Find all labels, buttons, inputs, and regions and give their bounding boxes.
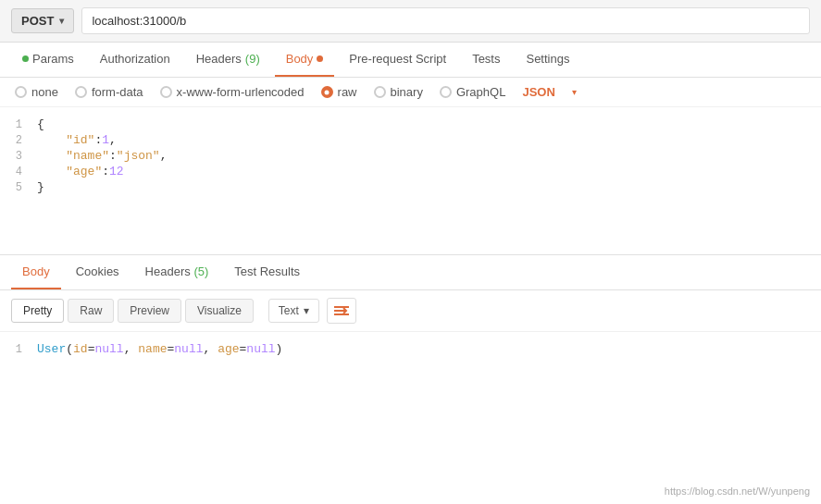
resp-tab-body-label: Body: [22, 264, 50, 278]
top-bar: POST ▾: [0, 0, 821, 43]
tab-params-label: Params: [32, 52, 74, 66]
radio-urlencoded: [160, 86, 172, 98]
code-line-2: 2 "id":1,: [0, 132, 821, 148]
wrap-icon: [333, 304, 350, 317]
format-select-chevron: ▾: [304, 304, 309, 317]
btn-visualize[interactable]: Visualize: [185, 299, 254, 323]
tab-tests-label: Tests: [472, 52, 500, 66]
resp-tab-headers-label: Headers: [145, 264, 191, 278]
tab-authorization[interactable]: Authorization: [89, 43, 181, 77]
tab-settings[interactable]: Settings: [515, 43, 580, 77]
option-raw-label: raw: [338, 85, 357, 99]
btn-pretty[interactable]: Pretty: [11, 299, 64, 323]
tab-params[interactable]: Params: [11, 43, 85, 77]
line-content-5: }: [37, 180, 821, 194]
line-content-3: "name":"json",: [37, 149, 821, 163]
url-input[interactable]: [81, 7, 810, 34]
json-format-label[interactable]: JSON: [522, 85, 554, 99]
body-dot: [317, 55, 323, 62]
resp-tab-headers[interactable]: Headers (5): [134, 255, 220, 289]
btn-preview[interactable]: Preview: [118, 299, 181, 323]
option-form-data[interactable]: form-data: [75, 85, 143, 99]
option-none[interactable]: none: [15, 85, 58, 99]
wrap-button[interactable]: [327, 298, 356, 324]
method-label: POST: [21, 14, 54, 28]
watermark: https://blog.csdn.net/W/yunpeng: [665, 486, 810, 497]
line-num-1: 1: [0, 118, 37, 131]
radio-none: [15, 86, 27, 98]
method-select[interactable]: POST ▾: [11, 8, 74, 33]
body-type-row: none form-data x-www-form-urlencoded raw…: [0, 78, 821, 107]
line-content-1: {: [37, 117, 821, 131]
resp-line-content-1: User(id=null, name=null, age=null): [37, 342, 282, 356]
resp-line-1: 1 User(id=null, name=null, age=null): [0, 341, 821, 357]
resp-tab-body[interactable]: Body: [11, 255, 61, 289]
headers-count: (9): [245, 52, 260, 66]
option-binary[interactable]: binary: [374, 85, 423, 99]
option-urlencoded[interactable]: x-www-form-urlencoded: [160, 85, 305, 99]
radio-graphql: [440, 86, 452, 98]
format-chevron[interactable]: ▾: [572, 87, 577, 97]
radio-form-data: [75, 86, 87, 98]
resp-line-num-1: 1: [0, 343, 37, 356]
code-line-1: 1 {: [0, 117, 821, 132]
radio-raw: [321, 86, 333, 98]
line-content-2: "id":1,: [37, 133, 821, 147]
option-raw[interactable]: raw: [321, 85, 357, 99]
key-name: "name": [37, 149, 109, 163]
key-id: "id": [37, 133, 94, 147]
val-id: 1: [102, 133, 109, 147]
radio-binary: [374, 86, 386, 98]
val-name: "json": [117, 149, 160, 163]
line-num-2: 2: [0, 134, 37, 147]
tab-tests[interactable]: Tests: [461, 43, 511, 77]
format-select-label: Text: [279, 304, 299, 317]
line-num-3: 3: [0, 150, 37, 163]
tab-settings-label: Settings: [526, 52, 569, 66]
code-line-3: 3 "name":"json",: [0, 148, 821, 164]
params-dot: [22, 55, 29, 62]
key-age: "age": [37, 165, 102, 178]
response-tabs: Body Cookies Headers (5) Test Results: [0, 255, 821, 290]
tab-headers-label: Headers: [196, 52, 242, 66]
method-chevron: ▾: [59, 16, 64, 26]
resp-tab-cookies-label: Cookies: [76, 264, 119, 278]
tab-headers[interactable]: Headers (9): [185, 43, 271, 77]
resp-tab-test-results[interactable]: Test Results: [223, 255, 311, 289]
line-num-5: 5: [0, 181, 37, 194]
option-graphql-label: GraphQL: [456, 85, 505, 99]
resp-toolbar: Pretty Raw Preview Visualize Text ▾: [0, 290, 821, 332]
resp-headers-count: (5): [193, 264, 208, 278]
line-content-4: "age":12: [37, 165, 821, 178]
tab-authorization-label: Authorization: [100, 52, 170, 66]
btn-raw[interactable]: Raw: [68, 299, 114, 323]
code-line-4: 4 "age":12: [0, 164, 821, 179]
code-editor[interactable]: 1 { 2 "id":1, 3 "name":"json", 4 "age":1…: [0, 107, 821, 255]
option-graphql[interactable]: GraphQL: [440, 85, 505, 99]
response-section: Body Cookies Headers (5) Test Results Pr…: [0, 255, 821, 366]
code-line-5: 5 }: [0, 179, 821, 195]
line-num-4: 4: [0, 166, 37, 178]
tabs-nav: Params Authorization Headers (9) Body Pr…: [0, 43, 821, 78]
resp-tab-test-results-label: Test Results: [234, 264, 300, 278]
option-binary-label: binary: [391, 85, 423, 99]
option-form-data-label: form-data: [92, 85, 143, 99]
tab-prerequest-label: Pre-request Script: [349, 52, 446, 66]
option-none-label: none: [31, 85, 58, 99]
resp-tab-cookies[interactable]: Cookies: [65, 255, 131, 289]
tab-body-label: Body: [286, 52, 314, 66]
tab-body[interactable]: Body: [275, 43, 335, 77]
tab-prerequest[interactable]: Pre-request Script: [338, 43, 457, 77]
val-age: 12: [109, 165, 124, 178]
response-output: 1 User(id=null, name=null, age=null): [0, 332, 821, 366]
format-select[interactable]: Text ▾: [268, 299, 319, 323]
resp-class: User: [37, 342, 66, 356]
option-urlencoded-label: x-www-form-urlencoded: [177, 85, 305, 99]
